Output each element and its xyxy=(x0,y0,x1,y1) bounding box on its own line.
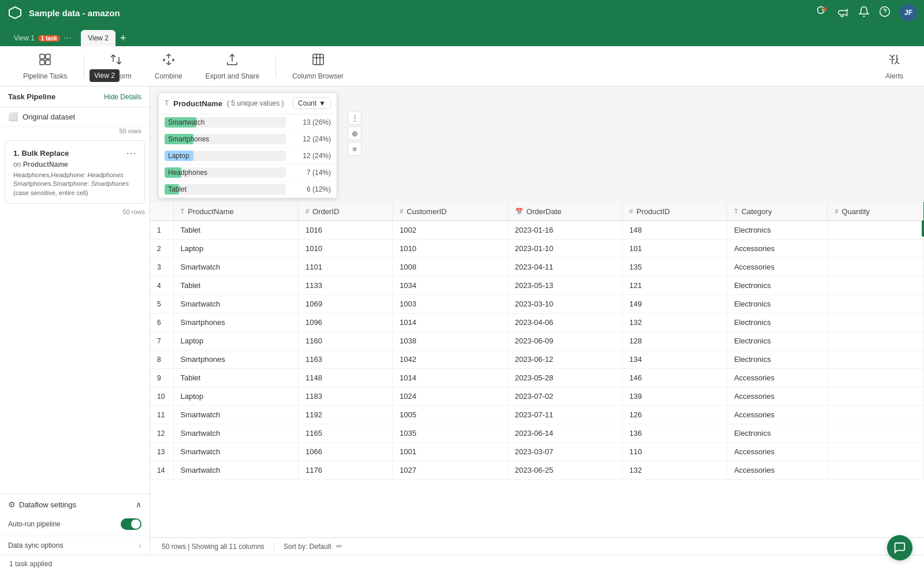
cb-filter-button[interactable]: ≡ xyxy=(348,142,362,156)
cell-orderid[interactable]: 1183 xyxy=(298,387,392,406)
cell-category[interactable]: Electronics xyxy=(727,350,828,369)
cell-customerid[interactable]: 1027 xyxy=(393,461,508,480)
cell-customerid[interactable]: 1002 xyxy=(393,221,508,240)
cell-quantity[interactable] xyxy=(828,221,924,240)
cell-category[interactable]: Accessories xyxy=(727,240,828,258)
table-row[interactable]: 9Tablet114810142023-05-28146Accessories xyxy=(150,369,924,387)
sort-edit-icon[interactable]: ✏ xyxy=(336,542,342,551)
notifications-icon[interactable] xyxy=(817,6,828,20)
cell-quantity[interactable] xyxy=(828,424,924,443)
table-row[interactable]: 5Smartwatch106910032023-03-10149Electron… xyxy=(150,295,924,313)
avatar[interactable]: JF xyxy=(900,4,917,21)
cell-customerid[interactable]: 1024 xyxy=(393,387,508,406)
hide-details-button[interactable]: Hide Details xyxy=(104,93,141,101)
table-row[interactable]: 10Laptop118310242023-07-02139Accessories xyxy=(150,387,924,406)
cell-productid[interactable]: 132 xyxy=(622,461,726,480)
app-logo[interactable] xyxy=(7,5,23,21)
table-row[interactable]: 6Smartphones109610142023-04-06132Electro… xyxy=(150,313,924,332)
cell-category[interactable]: Electronics xyxy=(727,276,828,295)
tab-view2[interactable]: View 2 xyxy=(81,30,116,46)
cell-orderid[interactable]: 1163 xyxy=(298,350,392,369)
cell-quantity[interactable] xyxy=(828,387,924,406)
cell-customerid[interactable]: 1014 xyxy=(393,369,508,387)
cell-productname[interactable]: Smartphones xyxy=(173,350,298,369)
cell-category[interactable]: Accessories xyxy=(727,461,828,480)
cell-productname[interactable]: Smartwatch xyxy=(173,295,298,313)
cell-orderdate[interactable]: 2023-04-11 xyxy=(508,258,622,276)
cell-productname[interactable]: Smartwatch xyxy=(173,461,298,480)
cell-productname[interactable]: Smartwatch xyxy=(173,258,298,276)
cell-category[interactable]: Accessories xyxy=(727,369,828,387)
cell-orderid[interactable]: 1016 xyxy=(298,221,392,240)
cell-orderid[interactable]: 1148 xyxy=(298,369,392,387)
table-row[interactable]: 11Smartwatch119210052023-07-11126Accesso… xyxy=(150,406,924,424)
cell-orderdate[interactable]: 2023-05-28 xyxy=(508,369,622,387)
bell-icon[interactable] xyxy=(858,6,870,20)
cell-orderdate[interactable]: 2023-07-11 xyxy=(508,406,622,424)
cb-more-button[interactable]: ⋮ xyxy=(348,111,362,125)
cell-category[interactable]: Electronics xyxy=(727,424,828,443)
megaphone-icon[interactable] xyxy=(837,6,849,20)
original-dataset-item[interactable]: ⬜ Original dataset xyxy=(0,107,150,126)
cell-productid[interactable]: 146 xyxy=(622,369,726,387)
cell-customerid[interactable]: 1034 xyxy=(393,276,508,295)
cell-category[interactable]: Accessories xyxy=(727,387,828,406)
cell-orderid[interactable]: 1101 xyxy=(298,258,392,276)
cell-orderdate[interactable]: 2023-06-09 xyxy=(508,332,622,350)
table-row[interactable]: 13Smartwatch106610012023-03-07110Accesso… xyxy=(150,443,924,461)
cell-orderdate[interactable]: 2023-03-07 xyxy=(508,443,622,461)
cb-row-item[interactable]: Smartphones12 (24%) xyxy=(159,131,337,148)
cell-customerid[interactable]: 1008 xyxy=(393,258,508,276)
export-share-button[interactable]: Export and Share xyxy=(194,48,271,85)
cell-orderdate[interactable]: 2023-03-10 xyxy=(508,295,622,313)
cell-quantity[interactable] xyxy=(828,350,924,369)
bulk-replace-task[interactable]: 1. Bulk Replace ⋯ on ProductName Headpho… xyxy=(5,140,145,204)
combine-button[interactable]: Combine xyxy=(143,48,194,85)
cell-productname[interactable]: Laptop xyxy=(173,387,298,406)
cell-orderid[interactable]: 1165 xyxy=(298,424,392,443)
cell-productid[interactable]: 148 xyxy=(622,221,726,240)
cell-category[interactable]: Electronics xyxy=(727,332,828,350)
cell-category[interactable]: Electronics xyxy=(727,313,828,332)
cell-category[interactable]: Accessories xyxy=(727,443,828,461)
cb-sort-button[interactable]: Count ▼ xyxy=(293,98,331,109)
cell-quantity[interactable] xyxy=(828,406,924,424)
auto-run-toggle[interactable] xyxy=(121,518,141,530)
table-row[interactable]: 2Laptop101010102023-01-10101Accessories xyxy=(150,240,924,258)
dataflow-settings-toggle[interactable]: ⚙ Dataflow settings ∧ xyxy=(0,494,150,515)
table-row[interactable]: 12Smartwatch116510352023-06-14136Electro… xyxy=(150,424,924,443)
cell-orderid[interactable]: 1069 xyxy=(298,295,392,313)
cell-orderid[interactable]: 1176 xyxy=(298,461,392,480)
add-tab-button[interactable]: + xyxy=(120,30,126,46)
cell-productid[interactable]: 121 xyxy=(622,276,726,295)
cell-productid[interactable]: 134 xyxy=(622,350,726,369)
cell-category[interactable]: Electronics xyxy=(727,295,828,313)
cell-customerid[interactable]: 1001 xyxy=(393,443,508,461)
cell-customerid[interactable]: 1038 xyxy=(393,332,508,350)
cell-quantity[interactable] xyxy=(828,276,924,295)
cb-row-item[interactable]: Laptop12 (24%) xyxy=(159,148,337,165)
alerts-button[interactable]: Alerts xyxy=(876,48,912,85)
cb-row-item[interactable]: Headphones7 (14%) xyxy=(159,165,337,181)
cell-orderid[interactable]: 1192 xyxy=(298,406,392,424)
cell-quantity[interactable] xyxy=(828,332,924,350)
cell-category[interactable]: Accessories xyxy=(727,406,828,424)
cell-productname[interactable]: Laptop xyxy=(173,240,298,258)
cb-zoom-button[interactable]: ⊕ xyxy=(348,126,362,140)
cell-quantity[interactable] xyxy=(828,295,924,313)
cell-orderdate[interactable]: 2023-07-02 xyxy=(508,387,622,406)
cell-productid[interactable]: 135 xyxy=(622,258,726,276)
cell-customerid[interactable]: 1003 xyxy=(393,295,508,313)
cell-productname[interactable]: Smartwatch xyxy=(173,406,298,424)
table-row[interactable]: 8Smartphones116310422023-06-12134Electro… xyxy=(150,350,924,369)
cell-quantity[interactable] xyxy=(828,313,924,332)
pipeline-tasks-button[interactable]: Pipeline Tasks xyxy=(12,48,79,85)
cell-customerid[interactable]: 1005 xyxy=(393,406,508,424)
table-row[interactable]: 7Laptop116010382023-06-09128Electronics xyxy=(150,332,924,350)
cell-productid[interactable]: 126 xyxy=(622,406,726,424)
table-row[interactable]: 1Tablet101610022023-01-16148Electronics xyxy=(150,221,924,240)
cell-category[interactable]: Accessories xyxy=(727,258,828,276)
cell-productname[interactable]: Tablet xyxy=(173,369,298,387)
cell-orderid[interactable]: 1160 xyxy=(298,332,392,350)
cell-quantity[interactable] xyxy=(828,258,924,276)
